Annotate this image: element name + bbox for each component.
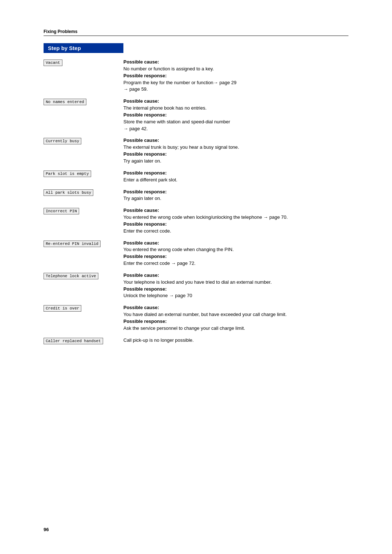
table-row: Re-entered PIN invalidPossible cause:You…: [44, 240, 348, 267]
left-col: All park slots busy: [44, 189, 123, 196]
section-label: Fixing Problems: [44, 29, 348, 34]
display-label-credit-is-over: Credit is over: [44, 305, 81, 312]
cause-text: No number or function is assigned to a k…: [123, 66, 214, 71]
response-label: Possible response:: [123, 286, 167, 292]
display-label-vacant: Vacant: [44, 59, 62, 66]
cause-text: The internal phone book has no entries.: [123, 105, 207, 111]
step-by-step-header: Step by Step: [44, 43, 123, 53]
left-col: Re-entered PIN invalid: [44, 240, 123, 247]
response-text: Ask the service personnel to change your…: [123, 325, 245, 331]
display-label-park-slot-empty: Park slot is empty: [44, 171, 91, 177]
cause-text: The external trunk is busy; you hear a b…: [123, 144, 239, 150]
left-col: Currently busy: [44, 137, 123, 144]
cause-label: Possible cause:: [123, 59, 159, 65]
display-label-caller-replaced-handset: Caller replaced handset: [44, 338, 103, 344]
cause-text: You have dialed an external number, but …: [123, 312, 287, 317]
table-row: Telephone lock activePossible cause:Your…: [44, 272, 348, 299]
response-label: Possible response:: [123, 189, 167, 194]
cause-label: Possible cause:: [123, 98, 159, 104]
response-text: Call pick-up is no longer possible.: [123, 337, 194, 343]
response-label: Possible response:: [123, 151, 167, 157]
table-row: Park slot is emptyPossible response:Ente…: [44, 170, 348, 184]
response-text: Enter a different park slot.: [123, 177, 177, 182]
page-container: Fixing Problems Step by Step VacantPossi…: [0, 0, 392, 378]
cause-label: Possible cause:: [123, 240, 159, 246]
right-col: Possible cause:You entered the wrong cod…: [123, 240, 348, 267]
response-text: → page 59.: [123, 86, 148, 92]
divider: [44, 36, 348, 36]
cause-label: Possible cause:: [123, 138, 159, 143]
page-number: 96: [44, 527, 49, 532]
response-text: Try again later on.: [123, 158, 161, 164]
content-area: VacantPossible cause:No number or functi…: [44, 59, 348, 349]
cause-label: Possible cause:: [123, 305, 159, 310]
right-col: Possible cause:Your telephone is locked …: [123, 272, 348, 299]
cause-text: You entered the wrong code when changing…: [123, 247, 234, 252]
left-col: No names entered: [44, 98, 123, 105]
right-col: Possible cause:The external trunk is bus…: [123, 137, 348, 164]
response-label: Possible response:: [123, 73, 167, 78]
display-label-no-names-entered: No names entered: [44, 99, 86, 105]
cause-label: Possible cause:: [123, 208, 159, 213]
response-label: Possible response:: [123, 254, 167, 259]
response-text: Store the name with station and speed-di…: [123, 119, 230, 124]
table-row: Caller replaced handsetCall pick-up is n…: [44, 337, 348, 344]
table-row: VacantPossible cause:No number or functi…: [44, 59, 348, 93]
left-col: Caller replaced handset: [44, 337, 123, 344]
right-col: Possible cause:No number or function is …: [123, 59, 348, 93]
display-label-telephone-lock-active: Telephone lock active: [44, 273, 98, 279]
left-col: Telephone lock active: [44, 272, 123, 279]
response-label: Possible response:: [123, 112, 167, 118]
response-label: Possible response:: [123, 221, 167, 227]
right-col: Possible cause:The internal phone book h…: [123, 98, 348, 132]
left-col: Vacant: [44, 59, 123, 66]
response-text: Program the key for the number or functi…: [123, 80, 236, 85]
response-text: Enter the correct code.: [123, 228, 171, 234]
cause-label: Possible cause:: [123, 272, 159, 278]
table-row: Currently busyPossible cause:The externa…: [44, 137, 348, 164]
display-label-re-entered-pin-invalid: Re-entered PIN invalid: [44, 241, 101, 247]
right-col: Possible response:Try again later on.: [123, 189, 348, 202]
response-text: Unlock the telephone → page 70: [123, 293, 192, 298]
section-header: Fixing Problems: [44, 29, 348, 40]
cause-text: Your telephone is locked and you have tr…: [123, 279, 272, 285]
right-col: Possible cause:You have dialed an extern…: [123, 304, 348, 332]
left-col: Park slot is empty: [44, 170, 123, 177]
display-label-all-park-slots-busy: All park slots busy: [44, 189, 93, 196]
right-col: Possible cause:You entered the wrong cod…: [123, 207, 348, 234]
table-row: No names enteredPossible cause:The inter…: [44, 98, 348, 132]
right-col: Possible response:Enter a different park…: [123, 170, 348, 184]
response-text: Try again later on.: [123, 196, 161, 201]
response-text: Enter the correct code → page 72.: [123, 260, 196, 266]
display-label-incorrect-pin: Incorrect PIN: [44, 208, 79, 214]
cause-text: You entered the wrong code when locking/…: [123, 214, 288, 220]
display-label-currently-busy: Currently busy: [44, 138, 81, 144]
table-row: All park slots busyPossible response:Try…: [44, 189, 348, 202]
left-col: Credit is over: [44, 304, 123, 312]
response-label: Possible response:: [123, 170, 167, 176]
table-row: Incorrect PINPossible cause:You entered …: [44, 207, 348, 234]
table-row: Credit is overPossible cause:You have di…: [44, 304, 348, 332]
response-text: → page 42.: [123, 126, 148, 131]
right-col: Call pick-up is no longer possible.: [123, 337, 348, 344]
response-label: Possible response:: [123, 319, 167, 324]
left-col: Incorrect PIN: [44, 207, 123, 214]
